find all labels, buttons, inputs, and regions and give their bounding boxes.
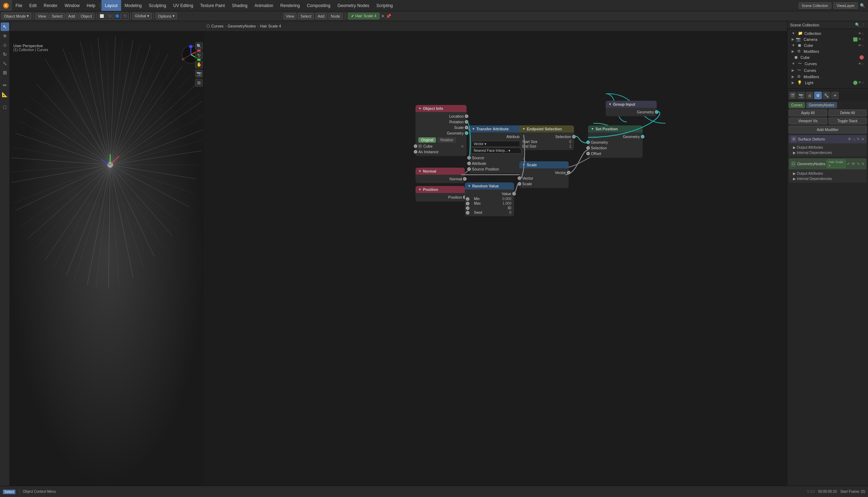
menu-modeling[interactable]: Modeling (121, 0, 145, 11)
add-modifier-btn[interactable]: Add Modifier (789, 126, 867, 133)
orbit-btn[interactable]: ↻ (195, 51, 203, 59)
node-object-info[interactable]: ▼ Object Info Location Rotation Scale Ge… (416, 105, 467, 156)
socket-oi-scale[interactable] (465, 126, 468, 129)
modifier-gn-vis[interactable]: 👁 (851, 162, 855, 166)
node-group-close[interactable]: ✕ (381, 14, 385, 19)
menu-sculpting[interactable]: Sculpting (145, 0, 170, 11)
collection-vis-icon[interactable]: 👁 (858, 32, 861, 35)
node-position[interactable]: ▼ Position Position (416, 186, 465, 201)
scene-curves-modifiers[interactable]: ▶ ⚙ Modifiers (790, 74, 865, 80)
menu-geometry-nodes[interactable]: Geometry Nodes (334, 0, 373, 11)
socket-rv-value-out[interactable] (512, 192, 516, 195)
node-random-value[interactable]: ▼ Random Value Value Min 0.000 Max (465, 182, 514, 216)
modifier-sd-edit[interactable]: ✎ (857, 137, 860, 142)
grid-btn[interactable]: ⊞ (195, 79, 203, 87)
options-btn[interactable]: Options ▾ (156, 13, 177, 19)
add-menu[interactable]: Add (66, 13, 78, 19)
menu-render[interactable]: Render (40, 0, 61, 11)
modifier-gn-close[interactable]: ✕ (861, 162, 864, 166)
light-render-icon[interactable]: ⌂ (862, 81, 864, 85)
breadcrumb-geometry-nodes[interactable]: GeometryNodes (228, 24, 256, 28)
apply-all-btn[interactable]: Apply All (789, 110, 827, 116)
cube-render-icon[interactable]: ⌂ (862, 44, 864, 47)
view-layer-selector[interactable]: ViewLayer (833, 2, 858, 9)
socket-scale-vector-in[interactable] (518, 176, 521, 180)
scene-cube-cube[interactable]: ◼ Cube (790, 54, 865, 60)
socket-rv-id[interactable] (466, 206, 469, 210)
modifier-gn-header[interactable]: ⬡ GeometryNodes Hair Scale 4 ✔ 👁 ✎ ✕ (789, 158, 867, 169)
tool-rotate[interactable]: ↻ (1, 50, 9, 58)
ta-vector-dropdown[interactable]: Vector ▾ (471, 141, 522, 147)
modifier-gn-edit[interactable]: ✎ (857, 162, 860, 166)
breadcrumb-curves[interactable]: Curves (211, 24, 224, 28)
node-oi-cube-clear[interactable]: ✕ (461, 144, 464, 148)
socket-sp-offset-in[interactable] (586, 152, 590, 155)
modifier-sd-output-attrs[interactable]: ▶ Output Attributes (792, 145, 864, 150)
socket-rv-min[interactable] (466, 197, 469, 201)
node-group-badge[interactable]: ✔ Hair Scale 4 (348, 13, 380, 19)
scene-curves-curves[interactable]: ▶ 〜 Curves (790, 67, 865, 74)
node-view-menu[interactable]: View (283, 13, 297, 19)
object-menu[interactable]: Object (78, 13, 94, 19)
cube-vis-icon[interactable]: 👁 (858, 44, 861, 47)
prop-tab-modifier[interactable]: 🔧 (823, 92, 830, 99)
socket-oi-location[interactable] (465, 114, 468, 118)
menu-shading[interactable]: Shading (229, 0, 251, 11)
menu-help[interactable]: Help (83, 0, 99, 11)
menu-window[interactable]: Window (61, 0, 83, 11)
menu-texture-paint[interactable]: Texture Paint (197, 0, 229, 11)
viewport-rendered-shading[interactable]: ⚫ (121, 13, 129, 20)
collection-render-icon[interactable]: ⌂ (862, 32, 864, 35)
scene-cube-item[interactable]: ▼ ◼ Cube 👁 ⌂ (790, 42, 865, 48)
modifier-sd-internal-deps[interactable]: ▶ Internal Dependencies (792, 150, 864, 155)
delete-all-btn[interactable]: Delete All (829, 110, 867, 116)
menu-edit[interactable]: Edit (26, 0, 40, 11)
tool-add-cube[interactable]: □ (1, 103, 9, 111)
node-endpoint-selection[interactable]: ▼ Endpoint Selection Selection Start Siz… (519, 125, 574, 150)
node-select-menu[interactable]: Select (298, 13, 314, 19)
node-node-menu[interactable]: Node (329, 13, 343, 19)
pan-btn[interactable]: ✋ (195, 61, 203, 68)
tool-scale[interactable]: ⤡ (1, 59, 9, 68)
modifier-gn-badge[interactable]: Hair Scale 4 (827, 160, 845, 168)
menu-file[interactable]: File (12, 0, 26, 11)
viewport-wire-shading[interactable]: ⬜ (98, 13, 105, 20)
breadcrumb-hair-scale[interactable]: Hair Scale 4 (260, 24, 281, 28)
prop-tab-output[interactable]: 🖨 (806, 92, 813, 99)
ta-interp-dropdown[interactable]: Nearest Face Interp... ▾ (471, 148, 522, 154)
geometry-nodes-badge[interactable]: GeometryNodes (806, 102, 837, 108)
menu-rendering[interactable]: Rendering (277, 0, 303, 11)
menu-scripting[interactable]: Scripting (373, 0, 396, 11)
socket-ta-attribute[interactable] (467, 162, 471, 165)
tool-cursor[interactable]: ✛ (1, 32, 9, 40)
node-set-position[interactable]: ▼ Set Position Geometry Geometry Selecti… (588, 125, 643, 158)
global-local-toggle[interactable]: Global ▾ (132, 13, 152, 19)
scene-cube-modifiers[interactable]: ▶ ⚙ Modifiers (790, 48, 865, 54)
socket-oi-asinstance-in[interactable] (414, 150, 417, 154)
prop-tab-particles[interactable]: ✦ (831, 92, 839, 99)
camera-vis-icon[interactable]: 👁 (858, 37, 861, 42)
socket-gi-geometry[interactable] (655, 110, 658, 114)
node-canvas[interactable]: ▼ Object Info Location Rotation Scale Ge… (204, 31, 787, 486)
socket-oi-cube-in[interactable] (414, 144, 417, 148)
tool-transform[interactable]: ⊞ (1, 68, 9, 77)
prop-tab-object[interactable]: ⚙ (814, 92, 822, 99)
outliner-filter[interactable]: 🔍 (855, 23, 860, 27)
socket-es-selection-out[interactable] (572, 135, 576, 138)
socket-scale-vector-out[interactable] (567, 171, 570, 174)
socket-ta-source[interactable] (467, 156, 471, 160)
tool-measure[interactable]: 📐 (1, 90, 9, 99)
socket-rv-seed[interactable] (466, 211, 469, 215)
tool-select[interactable]: ↖ (1, 23, 9, 31)
scene-collection-item[interactable]: ▼ 📁 Collection 👁 ⌂ (790, 30, 865, 36)
node-scale[interactable]: ▼ Scale Vector Vector Scale (519, 161, 569, 188)
scene-selector[interactable]: Scene Collection (799, 2, 831, 9)
scene-curves-item[interactable]: ▼ 〜 Curves 👁 ⌂ (790, 60, 865, 67)
viewport-vis-btn[interactable]: Viewport Vis (789, 118, 827, 124)
modifier-sd-header[interactable]: ⚙ Surface Deform 👁 ⌂ ✎ ✕ (789, 135, 867, 143)
outliner-options[interactable]: ⋮ (861, 23, 865, 27)
camera-render-icon[interactable]: ⌂ (862, 37, 864, 42)
prop-tab-scene[interactable]: 🎬 (789, 92, 797, 99)
scene-light-item[interactable]: ▶ 💡 Light 👁 ⌂ (790, 80, 865, 86)
select-menu[interactable]: Select (49, 13, 65, 19)
